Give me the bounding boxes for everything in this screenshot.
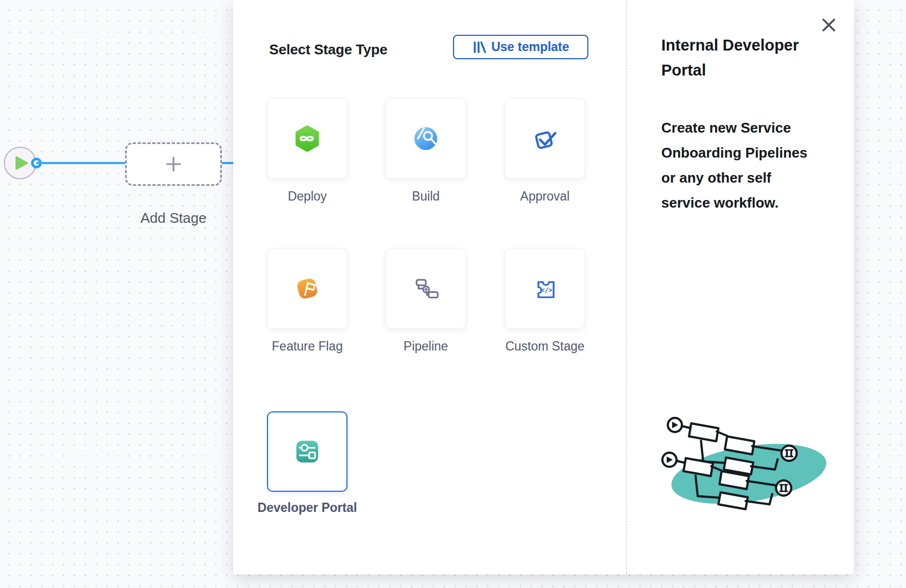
- add-stage-button[interactable]: [125, 142, 222, 186]
- stage-card-custom-stage[interactable]: </>: [505, 248, 585, 329]
- use-template-button[interactable]: Use template: [453, 35, 588, 59]
- plus-icon: [165, 155, 182, 173]
- pipeline-canvas: Add Stage Select Stage Type Use template: [0, 0, 906, 588]
- stage-type-picker: Select Stage Type Use template: [233, 0, 626, 574]
- stage-card-label: Developer Portal: [256, 499, 359, 516]
- pipeline-link-line: [36, 162, 125, 164]
- stage-card-label: Deploy: [256, 188, 359, 205]
- stage-card-label: Build: [374, 188, 477, 205]
- stage-details-panel: Internal Developer Portal Create new Ser…: [626, 0, 854, 574]
- details-title: Internal Developer Portal: [661, 33, 814, 83]
- stage-card-developer-portal[interactable]: [267, 411, 347, 492]
- custom-stage-icon: </>: [531, 275, 559, 302]
- select-stage-type-modal: Select Stage Type Use template: [233, 0, 854, 574]
- svg-text:</>: </>: [541, 286, 553, 294]
- pipeline-link-line: [222, 162, 233, 164]
- stage-card-label: Approval: [493, 188, 597, 205]
- stage-card-label: Feature Flag: [256, 338, 359, 355]
- use-template-label: Use template: [491, 40, 569, 54]
- play-icon: [15, 156, 28, 170]
- close-icon: [820, 16, 837, 34]
- stage-card-feature-flag[interactable]: [267, 248, 347, 329]
- build-icon: [413, 126, 438, 151]
- approval-icon: [531, 125, 559, 152]
- stage-card-label: Pipeline: [374, 338, 477, 355]
- stage-card-label: Custom Stage: [493, 338, 597, 355]
- pipeline-icon: [412, 275, 439, 302]
- modal-title: Select Stage Type: [269, 41, 387, 58]
- template-library-icon: [472, 40, 486, 54]
- feature-flag-icon: [294, 276, 320, 302]
- add-stage-label: Add Stage: [125, 210, 222, 227]
- stage-card-deploy[interactable]: [267, 98, 347, 179]
- stage-card-approval[interactable]: [505, 98, 585, 179]
- deploy-icon: [294, 126, 320, 152]
- details-description: Create new Service Onboarding Pipelines …: [661, 115, 818, 215]
- stage-card-pipeline[interactable]: [386, 248, 466, 329]
- close-button[interactable]: [819, 15, 839, 35]
- pipeline-illustration: [661, 406, 843, 526]
- stage-card-build[interactable]: [386, 98, 466, 179]
- developer-portal-icon: [294, 439, 320, 465]
